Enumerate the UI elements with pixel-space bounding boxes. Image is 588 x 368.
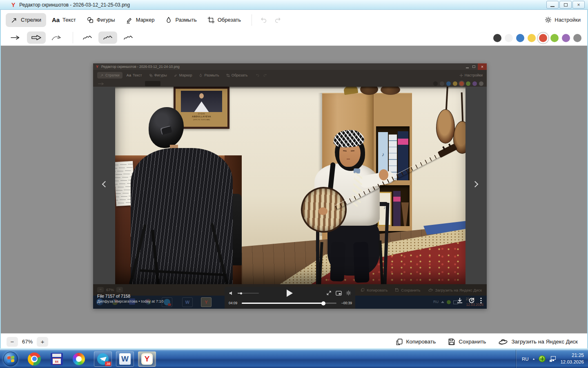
yandex-logo-icon: Y	[11, 2, 15, 8]
clock-time: 21:25	[560, 352, 584, 359]
telegram-taskbar-button[interactable]: .38	[94, 351, 112, 367]
volume-icon[interactable]	[229, 290, 234, 296]
taskbar-clock[interactable]: 21:25 12.03.2026	[560, 352, 584, 365]
main-toolbar: Стрелки Aa Текст Фигуры Маркер Размыть О…	[0, 10, 588, 30]
play-button[interactable]	[287, 289, 293, 297]
prev-file-chevron[interactable]	[102, 181, 109, 188]
color-white[interactable]	[505, 34, 513, 42]
settings-button[interactable]: Настройки	[545, 10, 581, 30]
edited-screenshot[interactable]: Y Редактор скриншотов - 2026-03-12_21-24…	[93, 63, 487, 309]
wall-instrument2-neck	[461, 92, 464, 123]
start-button[interactable]	[3, 352, 18, 366]
history-icon[interactable]	[468, 297, 475, 304]
stroke-width-medium[interactable]	[98, 31, 117, 44]
chrome-icon[interactable]	[28, 352, 41, 366]
viewer-actions	[457, 297, 482, 304]
color-green[interactable]	[550, 34, 559, 42]
system-tray: RU ▲ 21:25 12.03.2026	[516, 350, 588, 368]
restore-icon	[564, 3, 568, 7]
copy-button[interactable]: Копировать	[396, 338, 436, 346]
pip-icon[interactable]	[336, 291, 342, 296]
zoom-out-button[interactable]: −	[7, 337, 18, 347]
elapsed-time: 04:09	[229, 301, 237, 305]
color-blue[interactable]	[516, 34, 524, 42]
close-button[interactable]: ×	[572, 1, 585, 9]
language-indicator[interactable]: RU	[522, 357, 529, 361]
dutar-headstock	[438, 144, 457, 158]
tool-arrows[interactable]: Стрелки	[6, 13, 46, 27]
redo-button[interactable]	[271, 14, 285, 26]
telegram-badge: .38	[105, 361, 111, 366]
teacher-figure	[131, 148, 233, 284]
crop-icon	[207, 16, 215, 24]
window-edge-bottom	[0, 348, 588, 350]
tool-marker[interactable]: Маркер	[121, 13, 160, 27]
flying-saucer-icon	[498, 338, 508, 345]
student-leg	[353, 242, 369, 283]
network-tray-icon[interactable]	[549, 356, 557, 362]
download-icon[interactable]	[457, 297, 463, 304]
tool-shapes[interactable]: Фигуры	[82, 13, 120, 27]
seek-handle[interactable]	[321, 301, 325, 305]
color-swatches	[493, 30, 581, 46]
maximize-button[interactable]	[559, 1, 572, 9]
inner-color-dots	[433, 81, 483, 86]
word-icon: W	[119, 353, 131, 365]
undo-button[interactable]	[257, 14, 271, 26]
inner-yandex-logo-icon: Y	[96, 65, 98, 69]
arrow-style-thin[interactable]	[7, 31, 25, 44]
blur-drop-icon	[165, 16, 172, 24]
word-taskbar-button[interactable]: W	[116, 351, 134, 367]
yandex-browser-icon: Y	[141, 353, 153, 365]
floppy-app-icon[interactable]: 64	[51, 353, 63, 365]
color-red-selected[interactable]	[539, 34, 547, 42]
inner-copy-button: Копировать	[361, 288, 388, 292]
arrow-icon	[11, 16, 18, 24]
video-frame[interactable]: OYDIN ABDULLAYEVA (1975-YIL TUG‘ILGAN) ♪	[115, 87, 466, 284]
color-purple[interactable]	[562, 34, 570, 42]
toolbar-divider	[73, 32, 73, 43]
arrow-style-thick[interactable]	[27, 31, 46, 44]
color-dark[interactable]	[493, 34, 501, 42]
student-hand-frets	[379, 169, 388, 180]
yandex-taskbar-button[interactable]: Y	[138, 351, 156, 367]
tool-text[interactable]: Aa Текст	[47, 13, 81, 26]
viewer-file-info: File 7157 of 7158 Дилфуза Мирсагатова • …	[97, 293, 163, 304]
media-swirl-icon[interactable]	[73, 353, 85, 365]
remaining-time: –00:39	[341, 301, 352, 305]
fullscreen-icon[interactable]	[326, 290, 332, 296]
inner-tool-blur: Размыть	[196, 72, 222, 79]
squiggle-medium-icon	[103, 34, 113, 41]
tray-expand-icon[interactable]: ▲	[532, 357, 535, 360]
tool-crop[interactable]: Обрезать	[203, 13, 246, 27]
player-gear-icon[interactable]	[346, 290, 351, 296]
volume-slider[interactable]	[238, 293, 259, 294]
shapes-icon	[87, 16, 94, 24]
inner-tool-text: AaТекст	[124, 72, 145, 79]
toolbar-divider	[252, 14, 252, 26]
clock-date: 12.03.2026	[560, 359, 584, 365]
stroke-width-thick[interactable]	[119, 31, 138, 44]
stroke-width-thin[interactable]	[78, 31, 97, 44]
upload-yandex-disk-button[interactable]: Загрузить на Яндекс Диск	[498, 338, 578, 345]
inner-tool-shapes: Фигуры	[146, 72, 170, 79]
zoom-in-button[interactable]: +	[37, 337, 48, 347]
squiggle-thin-icon	[82, 34, 92, 41]
seek-bar[interactable]	[242, 303, 336, 304]
kebab-menu-icon[interactable]	[480, 297, 482, 304]
minimize-button[interactable]	[546, 1, 559, 9]
inner-settings: Настройки	[459, 73, 483, 77]
next-file-chevron[interactable]	[472, 181, 479, 188]
color-yellow[interactable]	[528, 34, 536, 42]
video-player-controls[interactable]: 04:09 –00:39	[225, 287, 355, 309]
save-button[interactable]: Сохранить	[448, 338, 486, 346]
color-gray[interactable]	[573, 34, 581, 42]
seek-fill	[242, 303, 323, 304]
student-leg	[330, 242, 345, 281]
inner-tool-marker: Маркер	[171, 72, 195, 79]
text-icon: Aa	[52, 17, 60, 23]
antivirus-tray-icon[interactable]	[539, 355, 546, 362]
tool-blur[interactable]: Размыть	[160, 13, 201, 27]
minimize-icon	[550, 6, 555, 7]
arrow-style-dotted[interactable]	[47, 31, 66, 44]
